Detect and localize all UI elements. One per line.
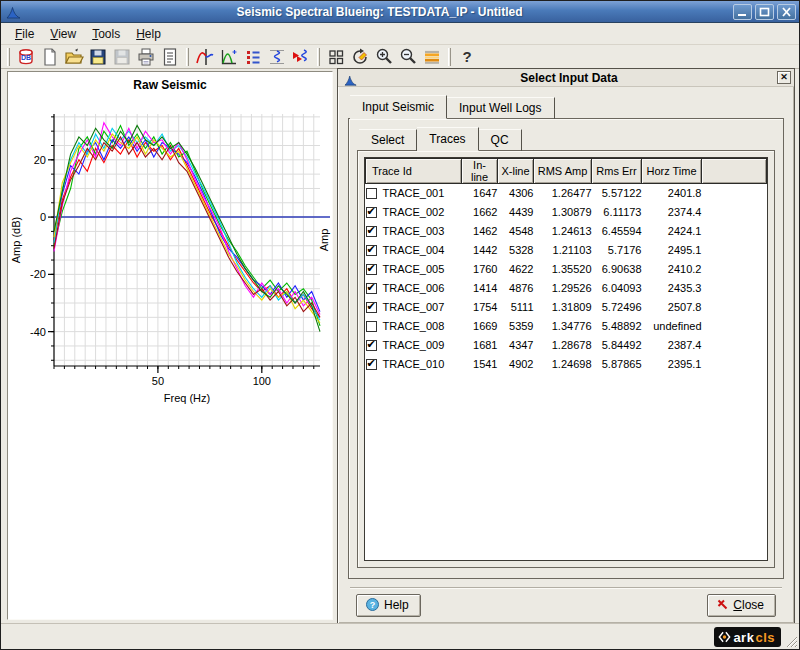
zoom-in-icon[interactable] [372, 46, 396, 68]
app-icon [6, 5, 22, 19]
help-icon[interactable]: ? [455, 46, 479, 68]
col-rms-amp[interactable]: RMS Amp [534, 159, 592, 184]
help-button[interactable]: ? Help [356, 594, 421, 617]
cell-x_line: 5111 [498, 298, 534, 317]
table-row[interactable]: TRACE_001164743061.264775.571222401.8 [366, 184, 767, 203]
col-horz-time[interactable]: Horz Time [642, 159, 702, 184]
table-row[interactable]: TRACE_005176046221.355206.906382410.2 [366, 260, 767, 279]
toolbar: DB ? [1, 45, 799, 69]
close-x-icon [717, 599, 728, 610]
cell-in_line: 1442 [462, 241, 498, 260]
cell-rms_err: 5.57122 [592, 184, 642, 203]
svg-text:Amp (dB): Amp (dB) [10, 217, 22, 263]
resize-grip[interactable] [784, 634, 798, 648]
toolbar-grip [317, 48, 320, 66]
tab-qc[interactable]: QC [479, 129, 522, 151]
trace-checkbox[interactable] [366, 226, 377, 237]
peak-plot-icon[interactable] [217, 46, 241, 68]
maximize-button[interactable] [755, 4, 774, 20]
trace-checkbox[interactable] [366, 245, 377, 256]
table-row[interactable]: TRACE_009168143471.286785.844922387.4 [366, 336, 767, 355]
database-icon[interactable]: DB [14, 46, 38, 68]
trace-checkbox[interactable] [366, 340, 377, 351]
zoom-out-icon[interactable] [396, 46, 420, 68]
cell-horz_time: 2410.2 [642, 260, 702, 279]
menu-file[interactable]: File [7, 25, 42, 43]
table-row[interactable]: TRACE_010154149021.246985.878652395.1 [366, 355, 767, 374]
refresh-icon[interactable] [348, 46, 372, 68]
trace-id-label: TRACE_010 [383, 358, 445, 370]
tab-input-seismic[interactable]: Input Seismic [350, 95, 447, 119]
tab-input-well-logs[interactable]: Input Well Logs [447, 97, 555, 119]
trace-checkbox[interactable] [366, 283, 377, 294]
trace-checkbox[interactable] [366, 359, 377, 370]
svg-text:50: 50 [152, 375, 164, 387]
minimize-button[interactable] [733, 4, 752, 20]
cell-x_line: 4548 [498, 222, 534, 241]
table-row[interactable]: TRACE_008166953591.347765.48892undefined [366, 317, 767, 336]
toolbar-grip [448, 48, 451, 66]
trace-id-label: TRACE_007 [383, 301, 445, 313]
raw-seismic-panel: Raw Seismic 50100-40-20020Freq (Hz)Amp (… [7, 71, 333, 620]
cell-rms_err: 6.90638 [592, 260, 642, 279]
trace-checkbox[interactable] [366, 264, 377, 275]
menu-view[interactable]: View [42, 25, 84, 43]
cell-rms_err: 5.72496 [592, 298, 642, 317]
cell-rms_err: 6.04093 [592, 279, 642, 298]
trace-id-label: TRACE_002 [383, 206, 445, 218]
tab-select[interactable]: Select [359, 129, 417, 151]
table-row[interactable]: TRACE_007175451111.318095.724962507.8 [366, 298, 767, 317]
save-as-icon[interactable] [110, 46, 134, 68]
table-row[interactable]: TRACE_006141448761.295266.040932435.3 [366, 279, 767, 298]
input-seismic-frame: Select Traces QC [348, 118, 784, 579]
col-rms-err[interactable]: Rms Err [592, 159, 642, 184]
titlebar: Seismic Spectral Blueing: TESTDATA_IP - … [1, 1, 799, 23]
close-button[interactable] [777, 4, 796, 20]
trace-checkbox[interactable] [366, 302, 377, 313]
col-trace-id[interactable]: Trace Id [366, 159, 462, 184]
table-row[interactable]: TRACE_003146245481.246136.455942424.1 [366, 222, 767, 241]
cell-rms_amp: 1.21103 [534, 241, 592, 260]
tab-traces[interactable]: Traces [417, 127, 478, 151]
tile-windows-icon[interactable] [324, 46, 348, 68]
raw-seismic-chart[interactable]: 50100-40-20020Freq (Hz)Amp (dB)Amp [8, 94, 332, 414]
trace-id-label: TRACE_006 [383, 282, 445, 294]
trace-id-label: TRACE_009 [383, 339, 445, 351]
close-dialog-button[interactable]: Close [707, 594, 776, 617]
dialog-close-button[interactable]: ✕ [777, 71, 791, 84]
cell-x_line: 5359 [498, 317, 534, 336]
table-row[interactable]: TRACE_002166244391.308796.111732374.4 [366, 203, 767, 222]
menu-help[interactable]: Help [128, 25, 169, 43]
new-document-icon[interactable] [38, 46, 62, 68]
wavelet-extract-icon[interactable] [289, 46, 313, 68]
cell-x_line: 5328 [498, 241, 534, 260]
arkcls-logo: ark cls [714, 627, 781, 647]
trace-checkbox[interactable] [366, 207, 377, 218]
trace-id-label: TRACE_001 [383, 187, 445, 199]
dialog-title: Select Input Data [361, 71, 777, 85]
trace-list-icon[interactable] [241, 46, 265, 68]
wavelet-icon[interactable] [265, 46, 289, 68]
trace-list-view[interactable]: Trace Id In-line X-line RMS Amp Rms Err … [364, 157, 768, 561]
select-input-data-dialog: Select Input Data ✕ Input Seismic Input … [337, 68, 795, 624]
svg-text:DB: DB [21, 54, 31, 61]
seismic-section-icon[interactable] [420, 46, 444, 68]
svg-text:-20: -20 [30, 268, 46, 280]
report-icon[interactable] [158, 46, 182, 68]
trace-checkbox[interactable] [366, 321, 377, 332]
cell-in_line: 1662 [462, 203, 498, 222]
svg-text:20: 20 [34, 154, 46, 166]
print-icon[interactable] [134, 46, 158, 68]
spectrum-plot-icon[interactable] [193, 46, 217, 68]
col-in-line[interactable]: In-line [462, 159, 498, 184]
table-row[interactable]: TRACE_004144253281.211035.71762495.1 [366, 241, 767, 260]
cell-rms_err: 5.7176 [592, 241, 642, 260]
open-icon[interactable] [62, 46, 86, 68]
cell-rms_err: 5.48892 [592, 317, 642, 336]
save-icon[interactable] [86, 46, 110, 68]
col-x-line[interactable]: X-line [498, 159, 534, 184]
trace-checkbox[interactable] [366, 188, 377, 199]
logo-text-cls: cls [755, 631, 775, 644]
cell-rms_amp: 1.28678 [534, 336, 592, 355]
menu-tools[interactable]: Tools [84, 25, 128, 43]
